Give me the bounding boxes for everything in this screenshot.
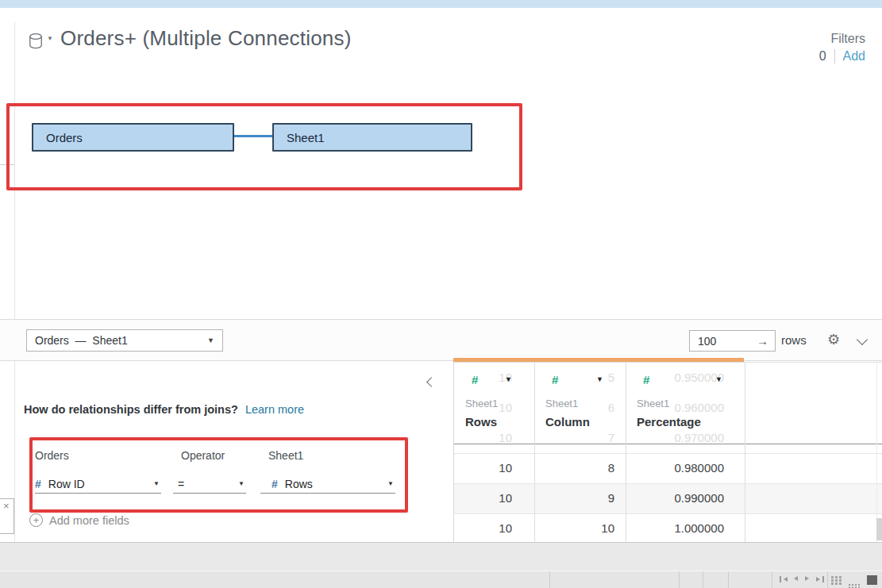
column-menu-caret-icon[interactable]: ▼ (505, 375, 512, 383)
plus-circle-icon: + (29, 513, 43, 527)
dropdown-caret-icon: ▼ (238, 480, 246, 487)
triangle-left-icon (794, 576, 798, 581)
row-divider (454, 483, 882, 484)
column-field-name: Percentage (637, 415, 701, 429)
grid-footer-strip (0, 542, 882, 571)
learn-more-link[interactable]: Learn more (245, 403, 304, 416)
collapse-panel-chevron-icon[interactable] (426, 377, 437, 387)
add-more-fields-button[interactable]: + Add more fields (29, 513, 129, 527)
skip-last-icon (822, 576, 824, 582)
cell-percentage: 0.980000 (626, 453, 745, 483)
cell-column: 10 (534, 513, 626, 544)
numeric-type-icon: # (272, 478, 278, 490)
scrollbar-track[interactable] (876, 363, 877, 543)
filters-panel: Filters 0 Add (786, 32, 865, 63)
close-icon[interactable]: × (3, 500, 10, 512)
canvas-table-orders-label: Orders (46, 131, 83, 144)
status-bar (0, 571, 882, 588)
tab-nav-first-button[interactable] (780, 576, 788, 582)
data-preview-grid: 10 10 10 # ▼ Sheet1 Rows 5 6 7 # ▼ Sheet… (453, 362, 882, 542)
column-menu-caret-icon[interactable]: ▼ (715, 375, 722, 383)
table-row: 10 8 0.980000 (454, 453, 882, 483)
editor-right-table-label: Sheet1 (268, 449, 303, 462)
cell-rows: 10 (454, 513, 534, 544)
window-top-bar (0, 0, 882, 8)
ghost-value: 5 (534, 363, 626, 393)
dropdown-caret-icon: ▼ (207, 336, 214, 344)
column-field-name: Rows (465, 415, 497, 429)
table-row: 10 9 0.990000 (454, 483, 882, 513)
dropdown-caret-icon: ▼ (153, 480, 161, 487)
dropdown-caret-icon: ▼ (387, 480, 395, 487)
statusbar-divider (827, 571, 828, 588)
column-source: Sheet1 (465, 398, 498, 409)
left-pane-divider (14, 22, 15, 542)
rows-label: rows (781, 333, 807, 347)
column-header-rows[interactable]: 10 10 10 # ▼ Sheet1 Rows (454, 363, 534, 444)
column-divider (745, 363, 745, 543)
filters-add-link[interactable]: Add (843, 49, 865, 63)
column-divider (534, 363, 535, 543)
column-menu-caret-icon[interactable]: ▼ (596, 375, 603, 383)
right-field-dropdown[interactable]: # Rows ▼ (260, 475, 395, 494)
statusbar-divider (728, 571, 729, 588)
numeric-type-icon: # (643, 373, 649, 386)
cell-percentage: 0.990000 (626, 483, 745, 513)
triangle-right-icon (805, 576, 809, 581)
canvas-table-orders[interactable]: Orders (32, 123, 234, 152)
editor-left-table-label: Orders (35, 449, 69, 462)
relationship-pair-value: Orders — Sheet1 (35, 334, 207, 347)
statusbar-divider (703, 571, 703, 588)
new-worksheet-icon[interactable] (831, 576, 842, 585)
column-header-percentage[interactable]: 0.950000 0.960000 0.970000 # ▼ Sheet1 Pe… (626, 363, 745, 444)
triangle-left-icon (784, 577, 788, 582)
gear-icon[interactable]: ⚙ (827, 331, 840, 348)
story-square-icon (867, 575, 877, 585)
statusbar-divider (679, 571, 680, 588)
ghost-value: 10 (454, 363, 534, 393)
database-menu-caret-icon[interactable]: ▼ (47, 35, 53, 42)
database-icon[interactable] (29, 33, 44, 53)
new-dashboard-icon[interactable] (849, 584, 861, 588)
filters-count: 0 (819, 49, 826, 63)
right-field-value: Rows (285, 478, 313, 490)
column-source: Sheet1 (545, 398, 578, 409)
skip-first-icon (780, 576, 781, 582)
cell-column: 9 (534, 483, 626, 513)
cell-rows: 10 (454, 483, 534, 513)
canvas-table-sheet1-label: Sheet1 (287, 131, 325, 144)
column-header-column[interactable]: 5 6 7 # ▼ Sheet1 Column (534, 363, 626, 444)
tab-nav-next-button[interactable] (805, 576, 809, 581)
statusbar-divider (772, 571, 772, 588)
filters-label: Filters (830, 32, 865, 46)
filters-divider (834, 49, 835, 63)
statusbar-divider (549, 571, 550, 588)
numeric-type-icon: # (472, 373, 478, 386)
datasource-page: ▼ Orders+ (Multiple Connections) Filters… (0, 0, 882, 588)
cell-column: 8 (534, 453, 626, 483)
row-divider (454, 453, 882, 454)
page-title: Orders+ (Multiple Connections) (60, 26, 352, 51)
new-story-icon[interactable] (867, 575, 877, 585)
table-row: 10 10 1.000000 (454, 513, 882, 544)
left-field-dropdown[interactable]: # Row ID ▼ (35, 475, 161, 494)
numeric-type-icon: # (552, 373, 558, 386)
scrollbar-thumb[interactable] (876, 518, 882, 540)
apply-row-count-arrow-icon[interactable]: → (757, 334, 768, 348)
operator-dropdown[interactable]: = ▼ (173, 475, 246, 494)
grid-header-row: 10 10 10 # ▼ Sheet1 Rows 5 6 7 # ▼ Sheet… (454, 363, 882, 444)
row-count-input[interactable]: 100 → (689, 330, 776, 352)
tab-nav-prev-button[interactable] (794, 576, 798, 581)
relationship-pair-dropdown[interactable]: Orders — Sheet1 ▼ (26, 329, 223, 352)
relationship-help-row: How do relationships differ from joins? … (24, 403, 304, 416)
left-field-value: Row ID (48, 478, 85, 490)
cell-rows: 10 (454, 453, 534, 483)
column-source: Sheet1 (637, 398, 669, 409)
row-count-value[interactable]: 100 (698, 335, 757, 348)
cell-percentage: 1.000000 (626, 513, 745, 544)
column-field-name: Column (545, 415, 590, 429)
tab-nav-last-button[interactable] (816, 576, 824, 582)
canvas-table-sheet1[interactable]: Sheet1 (272, 123, 472, 152)
relationship-connector-line (233, 135, 272, 137)
editor-operator-label: Operator (181, 449, 225, 462)
